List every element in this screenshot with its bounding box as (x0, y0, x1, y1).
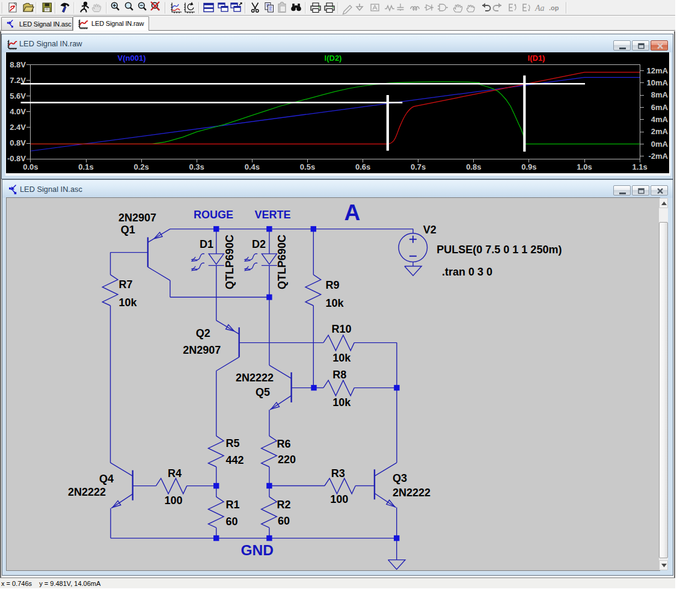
svg-text:Aa: Aa (535, 4, 545, 13)
svg-text:6mA: 6mA (651, 103, 669, 112)
svg-text:R9: R9 (325, 279, 339, 291)
svg-text:QTLP690C: QTLP690C (224, 234, 236, 289)
svg-text:0.3s: 0.3s (189, 162, 204, 171)
svg-text:2N2222: 2N2222 (235, 372, 273, 384)
svg-text:10k: 10k (332, 352, 351, 364)
svg-text:R5: R5 (225, 437, 239, 449)
svg-text:GND: GND (240, 541, 273, 558)
svg-text:442: 442 (225, 454, 244, 466)
svg-text:R1: R1 (225, 499, 239, 511)
svg-text:R2: R2 (277, 499, 290, 511)
svg-text:-2mA: -2mA (648, 152, 668, 161)
svg-text:8mA: 8mA (651, 90, 669, 99)
svg-text:V(n001): V(n001) (118, 54, 146, 63)
svg-text:0.5s: 0.5s (300, 162, 315, 171)
svg-text:0.0s: 0.0s (23, 162, 38, 171)
svg-text:0.1s: 0.1s (78, 162, 93, 171)
svg-text:4mA: 4mA (651, 115, 669, 124)
svg-text:R3: R3 (331, 467, 345, 479)
svg-text:ROUGE: ROUGE (193, 208, 233, 220)
svg-text:10k: 10k (332, 396, 351, 408)
svg-text:8.8V: 8.8V (10, 60, 26, 69)
svg-text:10mA: 10mA (647, 78, 669, 87)
svg-text:2.4V: 2.4V (10, 123, 26, 132)
svg-text:Q2: Q2 (195, 327, 210, 339)
svg-text:D1: D1 (200, 238, 213, 250)
svg-text:R4: R4 (167, 467, 181, 479)
svg-text:Q5: Q5 (256, 386, 270, 398)
svg-text:I(D1): I(D1) (528, 54, 545, 63)
svg-text:0.8V: 0.8V (10, 138, 26, 147)
svg-text:0.9s: 0.9s (521, 162, 536, 171)
svg-text:0.6s: 0.6s (355, 162, 370, 171)
svg-text:R10: R10 (331, 322, 351, 334)
svg-text:2mA: 2mA (651, 127, 669, 136)
svg-text:0.7s: 0.7s (411, 162, 426, 171)
svg-text:R8: R8 (332, 368, 346, 380)
svg-text:PULSE(0 7.5 0 1 1 250m): PULSE(0 7.5 0 1 1 250m) (436, 244, 562, 256)
svg-text:R6: R6 (277, 438, 290, 450)
svg-text:Q4: Q4 (99, 473, 114, 485)
svg-text:.op: .op (549, 4, 559, 11)
svg-text:1.1s: 1.1s (632, 162, 647, 171)
svg-text:2N2907: 2N2907 (118, 211, 156, 223)
svg-text:2N2222: 2N2222 (392, 487, 430, 499)
svg-text:60: 60 (225, 516, 237, 528)
svg-text:VERTE: VERTE (254, 208, 290, 220)
svg-text:10k: 10k (325, 297, 344, 309)
svg-text:100: 100 (330, 493, 348, 505)
svg-text:2N2907: 2N2907 (183, 343, 221, 356)
svg-text:0.4s: 0.4s (245, 162, 260, 171)
svg-text:.tran 0 3 0: .tran 0 3 0 (441, 265, 492, 277)
svg-text:I(D2): I(D2) (325, 54, 342, 63)
svg-text:Q1: Q1 (120, 223, 135, 235)
svg-text:60: 60 (278, 515, 290, 527)
svg-text:0mA: 0mA (651, 140, 669, 149)
svg-text:D2: D2 (252, 238, 266, 250)
svg-text:0.2s: 0.2s (133, 162, 149, 171)
svg-text:12mA: 12mA (647, 66, 669, 75)
svg-text:10k: 10k (118, 296, 137, 308)
svg-text:220: 220 (278, 454, 296, 466)
svg-text:1.0s: 1.0s (577, 162, 592, 171)
svg-text:V2: V2 (423, 223, 436, 235)
svg-text:QTLP690C: QTLP690C (276, 234, 288, 289)
svg-text:0.8s: 0.8s (466, 162, 481, 171)
svg-text:2N2222: 2N2222 (68, 486, 106, 498)
svg-text:5.6V: 5.6V (10, 91, 26, 100)
svg-text:A: A (344, 200, 360, 225)
svg-text:100: 100 (164, 494, 182, 506)
svg-text:4.0V: 4.0V (10, 107, 26, 116)
svg-text:Q3: Q3 (392, 472, 406, 484)
svg-text:R7: R7 (118, 278, 132, 290)
